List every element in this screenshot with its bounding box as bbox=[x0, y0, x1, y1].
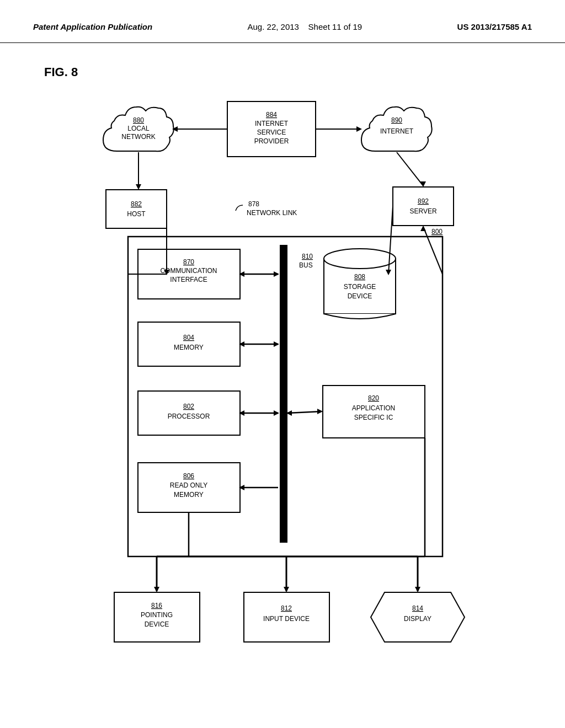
svg-text:802: 802 bbox=[183, 403, 194, 410]
cylinder-808: 808 STORAGE DEVICE bbox=[324, 249, 396, 319]
diagram-area: 880 LOCAL NETWORK 890 INTERNET 884 bbox=[73, 85, 492, 681]
svg-line-72 bbox=[287, 411, 322, 413]
svg-text:884: 884 bbox=[266, 111, 277, 119]
svg-text:INTERNET: INTERNET bbox=[380, 127, 414, 135]
svg-text:STORAGE: STORAGE bbox=[344, 283, 376, 291]
svg-text:HOST: HOST bbox=[127, 210, 146, 218]
svg-text:892: 892 bbox=[418, 197, 429, 205]
svg-text:808: 808 bbox=[354, 273, 365, 281]
header-center: Aug. 22, 2013 Sheet 11 of 19 bbox=[248, 22, 363, 31]
svg-marker-58 bbox=[356, 126, 362, 132]
svg-text:812: 812 bbox=[281, 604, 292, 612]
svg-text:870: 870 bbox=[183, 258, 194, 266]
svg-text:820: 820 bbox=[368, 394, 379, 402]
svg-text:POINTING: POINTING bbox=[141, 611, 173, 619]
svg-marker-68 bbox=[239, 341, 244, 347]
svg-text:800: 800 bbox=[431, 228, 443, 235]
svg-rect-10 bbox=[106, 190, 167, 228]
box-870: 870 COMMUNICATION INTERFACE bbox=[138, 249, 240, 299]
svg-marker-71 bbox=[239, 410, 244, 416]
svg-text:READ ONLY: READ ONLY bbox=[170, 481, 207, 489]
svg-text:INTERFACE: INTERFACE bbox=[170, 276, 207, 283]
svg-rect-27 bbox=[138, 322, 240, 366]
svg-rect-22 bbox=[324, 259, 396, 314]
box-804: 804 MEMORY bbox=[138, 322, 240, 366]
diagram-svg: 880 LOCAL NETWORK 890 INTERNET 884 bbox=[73, 85, 492, 681]
svg-marker-76 bbox=[239, 485, 244, 490]
svg-text:INTERNET: INTERNET bbox=[255, 120, 289, 127]
box-812: 812 INPUT DEVICE bbox=[244, 592, 329, 642]
svg-text:INPUT DEVICE: INPUT DEVICE bbox=[263, 615, 310, 623]
svg-text:882: 882 bbox=[131, 200, 142, 208]
box-806: 806 READ ONLY MEMORY bbox=[138, 463, 240, 512]
svg-text:MEMORY: MEMORY bbox=[174, 344, 204, 351]
svg-text:MEMORY: MEMORY bbox=[174, 491, 204, 499]
svg-rect-13 bbox=[393, 187, 454, 226]
svg-marker-82 bbox=[415, 587, 420, 592]
svg-marker-70 bbox=[274, 410, 279, 416]
svg-text:804: 804 bbox=[183, 334, 194, 341]
svg-marker-74 bbox=[286, 410, 292, 416]
outer-box-800: 800 bbox=[128, 228, 443, 556]
svg-text:COMMUNICATION: COMMUNICATION bbox=[160, 267, 217, 275]
svg-marker-48 bbox=[371, 592, 465, 642]
svg-line-61 bbox=[388, 206, 393, 274]
figure-title: FIG. 8 bbox=[44, 65, 565, 79]
svg-marker-78 bbox=[154, 587, 159, 592]
cloud-880: 880 LOCAL NETWORK bbox=[103, 107, 174, 152]
label-network-link: NETWORK LINK bbox=[247, 209, 297, 217]
svg-marker-80 bbox=[284, 587, 289, 592]
cloud-890: 890 INTERNET bbox=[361, 107, 432, 152]
label-bus: BUS bbox=[299, 261, 313, 269]
svg-marker-62 bbox=[386, 270, 391, 275]
svg-marker-65 bbox=[239, 271, 244, 277]
bus-bar bbox=[280, 245, 287, 543]
svg-text:DEVICE: DEVICE bbox=[145, 620, 169, 628]
hexagon-814: 814 DISPLAY bbox=[371, 592, 465, 642]
svg-text:LOCAL: LOCAL bbox=[127, 125, 150, 132]
svg-marker-64 bbox=[274, 271, 279, 277]
label-810: 810 bbox=[302, 253, 313, 260]
header: Patent Application Publication Aug. 22, … bbox=[0, 0, 565, 43]
header-right: US 2013/217585 A1 bbox=[457, 22, 532, 31]
box-816: 816 POINTING DEVICE bbox=[114, 592, 200, 642]
svg-text:PROVIDER: PROVIDER bbox=[254, 137, 289, 145]
svg-rect-18 bbox=[138, 249, 240, 299]
box-820: 820 APPLICATION SPECIFIC IC bbox=[323, 386, 425, 438]
svg-line-59 bbox=[397, 152, 423, 186]
header-left: Patent Application Publication bbox=[33, 22, 152, 31]
svg-rect-45 bbox=[244, 592, 329, 642]
svg-text:SPECIFIC IC: SPECIFIC IC bbox=[354, 414, 393, 421]
svg-text:DEVICE: DEVICE bbox=[348, 292, 372, 300]
box-882: 882 HOST bbox=[106, 190, 167, 228]
svg-text:SERVICE: SERVICE bbox=[257, 129, 286, 136]
svg-text:NETWORK: NETWORK bbox=[121, 133, 155, 141]
svg-text:814: 814 bbox=[412, 604, 423, 612]
svg-rect-41 bbox=[114, 592, 200, 642]
svg-text:APPLICATION: APPLICATION bbox=[352, 404, 395, 412]
svg-line-87 bbox=[423, 227, 443, 274]
svg-text:806: 806 bbox=[183, 472, 194, 480]
svg-marker-88 bbox=[420, 226, 426, 231]
svg-text:SERVER: SERVER bbox=[409, 207, 436, 215]
label-878: 878 bbox=[248, 200, 259, 208]
svg-marker-67 bbox=[274, 341, 279, 347]
svg-text:DISPLAY: DISPLAY bbox=[404, 615, 431, 623]
svg-text:PROCESSOR: PROCESSOR bbox=[168, 413, 210, 420]
svg-rect-5 bbox=[227, 101, 316, 157]
svg-text:816: 816 bbox=[151, 602, 162, 609]
svg-marker-73 bbox=[317, 409, 323, 414]
svg-rect-30 bbox=[138, 391, 240, 435]
svg-text:890: 890 bbox=[391, 116, 402, 124]
svg-rect-37 bbox=[138, 463, 240, 512]
svg-marker-54 bbox=[164, 270, 169, 275]
box-802: 802 PROCESSOR bbox=[138, 391, 240, 435]
svg-point-23 bbox=[324, 249, 396, 269]
svg-marker-52 bbox=[136, 184, 141, 190]
svg-text:880: 880 bbox=[133, 116, 144, 124]
box-884: 884 INTERNET SERVICE PROVIDER bbox=[227, 101, 316, 157]
svg-marker-60 bbox=[420, 181, 426, 187]
svg-marker-56 bbox=[172, 126, 178, 132]
page: Patent Application Publication Aug. 22, … bbox=[0, 0, 565, 728]
box-892: 892 SERVER bbox=[393, 187, 454, 226]
